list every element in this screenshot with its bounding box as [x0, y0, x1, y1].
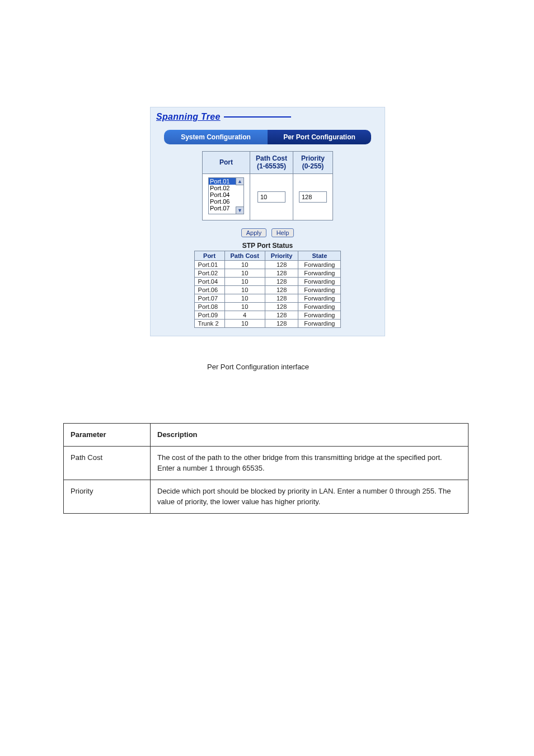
cell-pathcost: 10: [224, 302, 265, 311]
cell-state: Forwarding: [298, 294, 341, 302]
cell-priority: 128: [265, 285, 298, 294]
cell-state: Forwarding: [298, 319, 341, 327]
title-bar: Spanning Tree: [156, 112, 379, 122]
col-priority: Priority (0-255): [293, 152, 333, 174]
cell-state: Forwarding: [298, 302, 341, 311]
col-port: Port: [202, 152, 250, 174]
config-table: Port Path Cost (1-65535) Priority (0-255…: [202, 151, 333, 220]
figure-caption: Per Port Configuration interface: [207, 363, 309, 371]
cell-port: Trunk 2: [194, 319, 224, 327]
table-row: Port.0810128Forwarding: [194, 302, 341, 311]
scroll-down-icon[interactable]: ▼: [236, 206, 244, 214]
cell-pathcost: 10: [224, 285, 265, 294]
cell-pathcost: 10: [224, 260, 265, 269]
cell-priority: 128: [265, 319, 298, 327]
cell-state: Forwarding: [298, 285, 341, 294]
tab-system-configuration[interactable]: System Configuration: [164, 130, 268, 144]
cell-priority: 128: [265, 277, 298, 285]
port-option[interactable]: Port.06: [209, 198, 243, 205]
status-col-port: Port: [194, 251, 224, 260]
cell-port: Port.04: [194, 277, 224, 285]
table-row: Port.0210128Forwarding: [194, 269, 341, 277]
cell-state: Forwarding: [298, 277, 341, 285]
col-pathcost: Path Cost (1-65535): [250, 152, 293, 174]
cell-priority: 128: [265, 260, 298, 269]
cell-state: Forwarding: [298, 260, 341, 269]
page-title: Spanning Tree: [156, 112, 221, 122]
status-table: Port Path Cost Priority State Port.01101…: [194, 251, 341, 328]
cell-port: Port.08: [194, 302, 224, 311]
status-col-pathcost: Path Cost: [224, 251, 265, 260]
table-row: Trunk 210128Forwarding: [194, 319, 341, 327]
cell-port: Port.07: [194, 294, 224, 302]
desc-col-desc: Description: [151, 424, 469, 447]
description-table-wrap: Parameter Description Path Cost The cost…: [63, 423, 469, 514]
cell-state: Forwarding: [298, 311, 341, 319]
status-col-state: State: [298, 251, 341, 260]
cell-pathcost: 10: [224, 269, 265, 277]
help-button[interactable]: Help: [271, 228, 294, 237]
cell-pathcost: 4: [224, 311, 265, 319]
tab-bar: System Configuration Per Port Configurat…: [164, 130, 371, 144]
table-row: Port.0410128Forwarding: [194, 277, 341, 285]
path-cost-input[interactable]: [257, 191, 285, 203]
cell-pathcost: 10: [224, 277, 265, 285]
scroll-up-icon[interactable]: ▲: [236, 177, 244, 185]
table-row: Port.0610128Forwarding: [194, 285, 341, 294]
description-table: Parameter Description Path Cost The cost…: [63, 423, 469, 514]
table-row: Port.0710128Forwarding: [194, 294, 341, 302]
cell-priority: 128: [265, 302, 298, 311]
port-option[interactable]: Port.04: [209, 191, 243, 198]
cell-pathcost: 10: [224, 319, 265, 327]
desc-cell: The cost of the path to the other bridge…: [151, 446, 469, 480]
param-cell: Priority: [64, 480, 151, 513]
apply-button[interactable]: Apply: [241, 228, 267, 237]
param-cell: Path Cost: [64, 446, 151, 480]
cell-priority: 128: [265, 311, 298, 319]
cell-pathcost: 10: [224, 294, 265, 302]
cell-state: Forwarding: [298, 269, 341, 277]
title-underline: [224, 116, 291, 118]
table-row: Path Cost The cost of the path to the ot…: [64, 446, 469, 480]
desc-col-param: Parameter: [64, 424, 151, 447]
table-row: Port.094128Forwarding: [194, 311, 341, 319]
port-option[interactable]: Port.02: [209, 185, 243, 191]
priority-input[interactable]: [299, 191, 327, 203]
cell-port: Port.09: [194, 311, 224, 319]
stp-panel: Spanning Tree System Configuration Per P…: [150, 107, 385, 336]
button-row: Apply Help: [156, 227, 379, 237]
table-row: Priority Decide which port should be blo…: [64, 480, 469, 513]
desc-cell: Decide which port should be blocked by p…: [151, 480, 469, 513]
cell-priority: 128: [265, 294, 298, 302]
tab-per-port-configuration[interactable]: Per Port Configuration: [268, 130, 371, 144]
status-title: STP Port Status: [156, 242, 379, 250]
cell-port: Port.01: [194, 260, 224, 269]
status-col-priority: Priority: [265, 251, 298, 260]
cell-port: Port.06: [194, 285, 224, 294]
table-row: Port.0110128Forwarding: [194, 260, 341, 269]
cell-port: Port.02: [194, 269, 224, 277]
cell-priority: 128: [265, 269, 298, 277]
